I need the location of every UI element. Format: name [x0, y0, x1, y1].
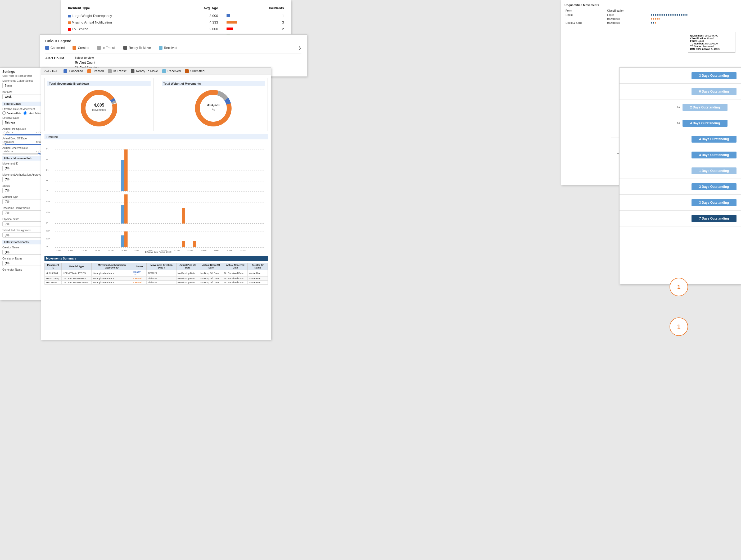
- creator-name-select[interactable]: (All): [2, 250, 47, 255]
- row2-material: UNTRACKED.PARENT...: [62, 277, 91, 281]
- dot-5: [659, 14, 660, 16]
- legend-swatch-received: [159, 46, 162, 50]
- unquantified-title: Unquantified Movements: [564, 3, 738, 7]
- days-badge-7: 1 Days Outstanding: [691, 167, 737, 174]
- legend-item-received: Received: [159, 46, 177, 50]
- material-type-select[interactable]: (All): [2, 199, 47, 204]
- actual-dropoff-label: Actual Drop Off Date: [2, 137, 47, 140]
- movement-auth-select[interactable]: (All): [2, 177, 47, 182]
- form-2: [564, 17, 606, 21]
- movements-colour-select[interactable]: Status: [2, 83, 47, 88]
- y-4k: 4K: [46, 148, 49, 150]
- legend-close-icon[interactable]: ❯: [298, 46, 301, 50]
- radio-label-alert: Alert Count: [79, 61, 95, 65]
- creator-name-label: Creator Name: [2, 246, 47, 249]
- row1-creation: 9/8/2024: [147, 270, 176, 277]
- pickup-thumb-left[interactable]: [4, 133, 7, 136]
- x-8jan: 8 Jan: [68, 250, 73, 252]
- physical-state-select[interactable]: (All): [2, 221, 47, 226]
- radio-creation-date-input[interactable]: [2, 112, 6, 115]
- row3-id: M7XWZ5S7: [45, 281, 62, 285]
- days-row-6: 4 Days Outstanding: [619, 147, 741, 163]
- cf-label-cancelled: Cancelled: [69, 69, 83, 73]
- days-badge-5: 4 Days Outstanding: [691, 136, 737, 143]
- weight-donut-svg: 313,328 Kg: [192, 87, 234, 129]
- status-select[interactable]: (All): [2, 188, 47, 193]
- unq-row-3: Liquid & Solid Hazardous: [564, 21, 738, 25]
- cf-received: Received: [162, 69, 181, 73]
- pickup-from: 7/12/2013: [2, 131, 13, 134]
- x-28jan: 28 Jan: [121, 250, 127, 252]
- bar-orange-jan23: [124, 149, 128, 191]
- x-3jan: 3 Jan: [56, 250, 61, 252]
- legend-swatch-ready: [123, 46, 127, 50]
- dot-o-2: [653, 18, 654, 19]
- days-badge-6: 4 Days Outstanding: [691, 152, 737, 158]
- row2-id: MHVXG89Q: [45, 277, 62, 281]
- days-badge-4: 4 Days Outstanding: [682, 120, 728, 127]
- x-23jan: 23 Jan: [108, 250, 114, 252]
- weight-label: Kg: [211, 108, 215, 111]
- movements-colour-label: Movements Colour Select: [2, 79, 47, 82]
- dropoff-thumb-left[interactable]: [4, 143, 7, 145]
- cf-swatch-received: [162, 69, 166, 73]
- effective-date-select[interactable]: This year: [2, 120, 47, 125]
- dot-o-3: [655, 18, 656, 19]
- incidents-header: Incidents: [248, 6, 284, 12]
- received-slider[interactable]: [2, 153, 47, 154]
- row2-pickup: No Pick Up Date: [176, 277, 199, 281]
- received-thumb-left[interactable]: [38, 152, 41, 155]
- dot-13: [673, 14, 675, 16]
- filters-dates-label: Filters: Dates: [4, 102, 21, 105]
- y-1k: 1K: [46, 179, 49, 182]
- dot-grid-3: [651, 22, 704, 23]
- bar-size-select[interactable]: Week: [2, 94, 47, 99]
- movement-id-select[interactable]: (All): [2, 166, 47, 171]
- material-type-label: Material Type: [2, 196, 47, 198]
- legend-items: Cancelled Created In Transit Ready To Mo…: [45, 46, 301, 50]
- dropoff-slider[interactable]: [2, 144, 47, 145]
- days-badge-3: 2 Days Outstanding: [682, 104, 728, 111]
- dot-17: [681, 14, 682, 16]
- dot-20: [686, 14, 687, 16]
- days-row-1: 3 Days Outstanding: [619, 68, 741, 84]
- table-row: M7XWZ5S7 UNTRACKED.HAZWAS... No applicat…: [45, 281, 268, 285]
- classification-label: Classification: Liquid: [690, 37, 733, 40]
- consignor-name-select[interactable]: (All): [2, 261, 47, 266]
- row3-dropoff: No Drop Off Date: [199, 281, 223, 285]
- filters-participants-header: Filters: Participants ✕: [2, 240, 47, 244]
- x-2feb: 2 Feb: [134, 250, 139, 252]
- color-field-label: Color Field: [45, 70, 58, 73]
- radio-latest-action-input[interactable]: [23, 112, 27, 115]
- cf-swatch-submitted: [185, 69, 189, 73]
- bar-3: [226, 27, 233, 30]
- unquantified-table: Form Classification Liquid Liquid: [564, 9, 738, 25]
- radio-creation-date[interactable]: Creation Date: [2, 112, 21, 115]
- legend-item-ready: Ready To Move: [123, 46, 151, 50]
- class-1: Liquid: [606, 13, 650, 17]
- dropoff-date-range: 12/12/2022 12/3/2024: [2, 141, 47, 143]
- circle-badge-2-container: 1: [670, 318, 688, 336]
- table-row: MHVXG89Q UNTRACKED.PARENT... No applicat…: [45, 277, 268, 281]
- dots-header: [650, 9, 738, 13]
- pickup-slider[interactable]: [2, 134, 47, 135]
- cf-label-received: Received: [167, 69, 181, 73]
- row2-dropoff: No Drop Off Date: [199, 277, 223, 281]
- days-row-10: 7 Days Outstanding: [619, 211, 741, 226]
- trackable-liquid-select[interactable]: (All): [2, 210, 47, 215]
- movement-auth-label: Movement Authorisation Approval ID: [2, 173, 47, 176]
- scheduled-select[interactable]: (All): [2, 232, 47, 237]
- main-dashboard-panel: Color Field Cancelled Created In Transit…: [41, 67, 271, 340]
- days-suffix-3: hs: [677, 106, 680, 109]
- incident-type-header: Incident Type: [68, 6, 172, 12]
- unq-row-2: Hazardous: [564, 17, 738, 21]
- circle-badge-1-container: 1: [670, 278, 688, 296]
- radio-latest-action[interactable]: Latest Action: [23, 112, 42, 115]
- radio-alert-count[interactable]: Alert Count: [75, 61, 99, 65]
- incidents-2: 3: [248, 19, 284, 25]
- radio-icon-alert[interactable]: [75, 61, 78, 64]
- actual-pickup-label: Actual Pick Up Date: [2, 128, 47, 130]
- legend-label-transit: In Transit: [103, 46, 115, 50]
- color-field-bar: Color Field Cancelled Created In Transit…: [41, 68, 271, 75]
- row2-auth: No application found: [91, 277, 132, 281]
